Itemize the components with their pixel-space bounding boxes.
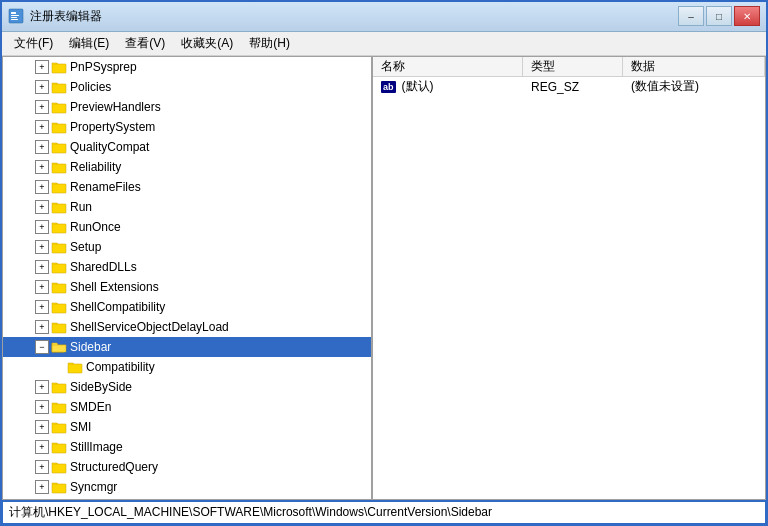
folder-closed-icon <box>51 260 67 274</box>
menu-edit[interactable]: 编辑(E) <box>61 33 117 54</box>
expand-icon[interactable]: + <box>35 480 49 494</box>
expand-icon[interactable]: + <box>35 420 49 434</box>
svg-rect-11 <box>52 184 66 193</box>
folder-closed-icon <box>51 220 67 234</box>
tree-item-smden[interactable]: + SMDEn <box>3 397 371 417</box>
minimize-button[interactable]: – <box>678 6 704 26</box>
tree-item-label: SMI <box>70 420 91 434</box>
svg-rect-22 <box>52 404 66 413</box>
close-button[interactable]: ✕ <box>734 6 760 26</box>
svg-rect-14 <box>52 244 66 253</box>
tree-item-setup[interactable]: + Setup <box>3 237 371 257</box>
expand-icon[interactable]: + <box>35 280 49 294</box>
expand-icon[interactable]: + <box>35 140 49 154</box>
menu-view[interactable]: 查看(V) <box>117 33 173 54</box>
tree-item-label: StructuredQuery <box>70 460 158 474</box>
svg-rect-7 <box>52 104 66 113</box>
svg-rect-24 <box>52 444 66 453</box>
svg-rect-23 <box>52 424 66 433</box>
tree-item-sidebar[interactable]: − Sidebar <box>3 337 371 357</box>
col-header-data: 数据 <box>623 57 765 76</box>
tree-item-label: StillImage <box>70 440 123 454</box>
tree-item-structuredquery[interactable]: + StructuredQuery <box>3 457 371 477</box>
menu-help[interactable]: 帮助(H) <box>241 33 298 54</box>
folder-closed-icon <box>51 120 67 134</box>
svg-rect-17 <box>52 304 66 313</box>
tree-item-label: Reliability <box>70 160 121 174</box>
tree-item-label: QualityCompat <box>70 140 149 154</box>
folder-closed-icon <box>51 100 67 114</box>
tree-item-shellserviceobjectdelayload[interactable]: + ShellServiceObjectDelayLoad <box>3 317 371 337</box>
tree-item-label: Policies <box>70 80 111 94</box>
tree-item-policies[interactable]: + Policies <box>3 77 371 97</box>
menu-file[interactable]: 文件(F) <box>6 33 61 54</box>
tree-item-run[interactable]: + Run <box>3 197 371 217</box>
tree-item-renamefiles[interactable]: + RenameFiles <box>3 177 371 197</box>
folder-closed-icon <box>51 200 67 214</box>
tree-item-shareddlls[interactable]: + SharedDLLs <box>3 257 371 277</box>
main-area: + PnPSysprep+ Policies+ PreviewHandlers+… <box>2 56 766 501</box>
reg-data-cell: (数值未设置) <box>623 78 765 95</box>
svg-rect-2 <box>11 15 19 16</box>
expand-icon[interactable]: − <box>35 340 49 354</box>
folder-closed-icon <box>51 180 67 194</box>
tree-item-compatibility[interactable]: Compatibility <box>3 357 371 377</box>
expand-icon[interactable]: + <box>35 320 49 334</box>
svg-rect-18 <box>52 324 66 333</box>
expand-icon[interactable]: + <box>35 220 49 234</box>
maximize-button[interactable]: □ <box>706 6 732 26</box>
tree-item-label: Setup <box>70 240 101 254</box>
reg-row-0[interactable]: ab (默认) REG_SZ (数值未设置) <box>373 77 765 97</box>
expand-icon[interactable]: + <box>35 240 49 254</box>
expand-icon[interactable]: + <box>35 80 49 94</box>
status-bar: 计算机\HKEY_LOCAL_MACHINE\SOFTWARE\Microsof… <box>2 500 766 524</box>
expand-icon[interactable]: + <box>35 120 49 134</box>
expand-icon[interactable]: + <box>35 380 49 394</box>
tree-item-label: PnPSysprep <box>70 60 137 74</box>
window-controls: – □ ✕ <box>678 6 760 26</box>
folder-closed-icon <box>51 480 67 494</box>
expand-icon[interactable]: + <box>35 200 49 214</box>
tree-item-runonce[interactable]: + RunOnce <box>3 217 371 237</box>
expand-icon[interactable]: + <box>35 60 49 74</box>
tree-item-shellextensions[interactable]: + Shell Extensions <box>3 277 371 297</box>
menu-favorites[interactable]: 收藏夹(A) <box>173 33 241 54</box>
expand-icon[interactable]: + <box>35 440 49 454</box>
folder-closed-icon <box>51 440 67 454</box>
tree-item-label: SMDEn <box>70 400 111 414</box>
no-expand-spacer <box>51 360 65 374</box>
folder-closed-icon <box>51 300 67 314</box>
tree-item-syncmgr[interactable]: + Syncmgr <box>3 477 371 497</box>
tree-item-stillimage[interactable]: + StillImage <box>3 437 371 457</box>
folder-closed-icon <box>51 280 67 294</box>
tree-item-pnpsysprep[interactable]: + PnPSysprep <box>3 57 371 77</box>
tree-item-label: RenameFiles <box>70 180 141 194</box>
svg-rect-10 <box>52 164 66 173</box>
expand-icon[interactable]: + <box>35 100 49 114</box>
tree-item-label: Run <box>70 200 92 214</box>
tree-item-previewhandlers[interactable]: + PreviewHandlers <box>3 97 371 117</box>
svg-rect-21 <box>52 384 66 393</box>
expand-icon[interactable]: + <box>35 160 49 174</box>
svg-rect-5 <box>52 64 66 73</box>
tree-item-reliability[interactable]: + Reliability <box>3 157 371 177</box>
svg-rect-9 <box>52 144 66 153</box>
tree-item-label: PreviewHandlers <box>70 100 161 114</box>
tree-item-sidebyside[interactable]: + SideBySide <box>3 377 371 397</box>
expand-icon[interactable]: + <box>35 300 49 314</box>
tree-item-propertysystem[interactable]: + PropertySystem <box>3 117 371 137</box>
expand-icon[interactable]: + <box>35 260 49 274</box>
tree-item-smi[interactable]: + SMI <box>3 417 371 437</box>
folder-open-icon <box>51 340 67 354</box>
expand-icon[interactable]: + <box>35 400 49 414</box>
svg-rect-25 <box>52 464 66 473</box>
expand-icon[interactable]: + <box>35 180 49 194</box>
tree-item-qualitycompat[interactable]: + QualityCompat <box>3 137 371 157</box>
tree-item-label: Sidebar <box>70 340 111 354</box>
folder-closed-icon <box>51 80 67 94</box>
tree-item-label: SharedDLLs <box>70 260 137 274</box>
tree-pane[interactable]: + PnPSysprep+ Policies+ PreviewHandlers+… <box>3 57 373 500</box>
expand-icon[interactable]: + <box>35 460 49 474</box>
title-bar: 注册表编辑器 – □ ✕ <box>2 2 766 32</box>
tree-item-shellcompatibility[interactable]: + ShellCompatibility <box>3 297 371 317</box>
